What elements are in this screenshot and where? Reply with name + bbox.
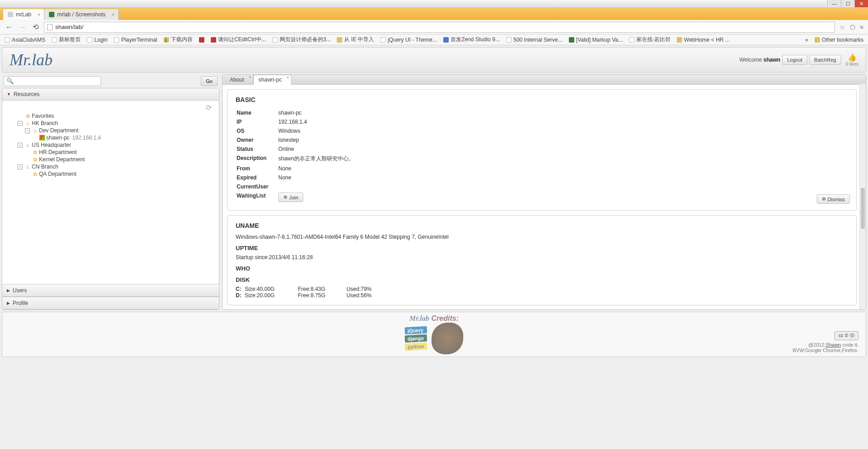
basic-title: BASIC — [236, 96, 848, 103]
collapse-icon[interactable]: − — [25, 128, 30, 133]
django-badge: django — [405, 334, 427, 343]
join-button[interactable]: ✲Join — [278, 193, 303, 202]
footer-logo: Mr.lab — [409, 314, 429, 322]
home-icon: ⌂ — [32, 127, 38, 134]
window-min-button[interactable]: — — [827, 0, 841, 7]
bookmark-item[interactable]: 家在线·若比邻 — [629, 36, 670, 43]
accordion: ▼ Resources ⟳ ✿ Favorites − ⌂ HK Branch — [2, 88, 219, 310]
url-bar[interactable]: shawn/lab/ — [44, 22, 835, 33]
cc-badge: cc ① ⓪ — [834, 331, 858, 340]
collapse-icon[interactable]: − — [18, 164, 23, 169]
bookmark-item[interactable]: PlayerTerminal — [114, 37, 157, 43]
bookmark-overflow[interactable]: » — [805, 37, 808, 43]
gear-icon: ✿ — [32, 149, 38, 155]
bookmark-item[interactable]: WebHome < HR ... — [677, 37, 730, 43]
tree-qa-dept[interactable]: ✿ QA Department — [25, 170, 216, 178]
other-bookmarks[interactable]: Other bookmarks — [815, 37, 863, 43]
window-max-button[interactable]: ☐ — [841, 0, 854, 7]
bookmark-item[interactable] — [199, 37, 204, 43]
page-icon — [47, 24, 53, 30]
accordion-users[interactable]: ▶ Users — [2, 284, 219, 297]
home-icon: ⌂ — [24, 142, 31, 148]
star-icon[interactable]: ☆ — [839, 24, 845, 31]
bookmark-item[interactable]: 新标签页 — [52, 36, 81, 43]
gear-icon: ✿ — [24, 113, 31, 119]
python-badge: python — [405, 343, 427, 351]
chevron-right-icon: ▶ — [7, 301, 10, 305]
bookmark-item[interactable]: ⬇下载内容 — [164, 36, 193, 43]
home-icon: ⌂ — [24, 164, 31, 170]
tab-title: mrlab / Screenshots — [57, 11, 106, 18]
search-input[interactable] — [4, 76, 101, 86]
go-button[interactable]: Go — [201, 76, 218, 86]
browser-tab-mrlab[interactable]: mrLab × — [3, 9, 44, 20]
basic-info-table: Nameshawn-pc IP192.168.1.4 OSWindows Own… — [236, 108, 355, 204]
tree-us-hq[interactable]: − ⌂ US Headquarter — [18, 141, 216, 149]
tree-cn-branch[interactable]: − ⌂ CN Branch — [18, 163, 216, 170]
collapse-icon[interactable]: − — [18, 143, 23, 148]
page-header: Mr.lab Welcome shawn Logout BatchReg 👍 0… — [2, 47, 866, 72]
disk-title: DISK — [236, 276, 848, 283]
tab-content: BASIC Nameshawn-pc IP192.168.1.4 OSWindo… — [223, 85, 866, 309]
logout-button[interactable]: Logout — [782, 55, 808, 65]
accordion-resources[interactable]: ▼ Resources — [2, 88, 219, 101]
tab-shawn-pc[interactable]: shawn-pc× — [253, 75, 291, 85]
chevron-down-icon: ▼ — [7, 92, 11, 97]
tree-hk-branch[interactable]: − ⌂ HK Branch — [18, 120, 216, 127]
basic-panel: BASIC Nameshawn-pc IP192.168.1.4 OSWindo… — [227, 89, 857, 211]
scrollbar[interactable] — [859, 84, 866, 309]
nav-right: ☆ ⬡ ≡ — [839, 24, 863, 31]
accordion-profile[interactable]: ▶ Profile — [2, 297, 219, 309]
footer-right: cc ① ⓪ @2012,Shawn code it. BVW:Google C… — [793, 331, 858, 353]
bookmark-item[interactable]: jQuery UI - Theme... — [380, 37, 436, 43]
tab-about[interactable]: About× — [225, 75, 253, 84]
bookmark-item[interactable]: 网页设计师必备的3... — [272, 36, 331, 43]
bookmark-item[interactable]: 500 Internal Serve... — [506, 37, 563, 43]
logo: Mr.lab — [10, 50, 53, 69]
tree-shawn-pc[interactable]: shawn-pc 192.168.1.4 — [32, 134, 216, 141]
tree-hr-dept[interactable]: ✿ HR Department — [25, 149, 216, 156]
shield-icon[interactable]: ⬡ — [850, 24, 855, 31]
favicon-icon — [8, 12, 13, 17]
shawn-link[interactable]: Shawn — [826, 342, 841, 348]
likes[interactable]: 👍 0 likes — [846, 53, 858, 67]
window-close-button[interactable]: ✕ — [854, 0, 868, 7]
tab-title: mrLab — [16, 11, 31, 18]
bookmark-item[interactable]: [Valid] Markup Va... — [569, 37, 623, 43]
bookmark-item[interactable]: AsiaClubAMS — [5, 37, 45, 43]
forward-button[interactable]: → — [18, 23, 27, 31]
tree-favorites[interactable]: ✿ Favorites — [18, 112, 216, 120]
close-icon[interactable]: × — [286, 75, 289, 80]
close-icon[interactable]: × — [249, 75, 251, 79]
tech-badges: jQuery django python — [405, 323, 463, 354]
dismiss-button[interactable]: ✲Dismiss — [817, 194, 850, 204]
gear-icon: ✿ — [32, 156, 38, 163]
collapse-icon[interactable]: − — [18, 121, 23, 126]
chevron-right-icon: ▶ — [7, 288, 10, 293]
tab-strip: mrLab × mrlab / Screenshots × — [0, 7, 868, 20]
tree-kernel-dept[interactable]: ✿ Kernel Department — [25, 156, 216, 163]
uptime-value: Startup since:2013/4/6 11:16:28 — [236, 254, 848, 261]
batchreg-button[interactable]: BatchReg — [809, 55, 841, 65]
footer-credits: Mr.lab Credits: jQuery django python — [405, 314, 463, 354]
header-right: Welcome shawn Logout BatchReg 👍 0 likes — [739, 53, 858, 67]
browser-tab-screenshots[interactable]: mrlab / Screenshots × — [44, 9, 119, 20]
content: 🔍 Go ▼ Resources ⟳ ✿ Favorites — [2, 74, 866, 310]
bookmark-item[interactable]: 从 IE 中导入 — [337, 36, 374, 43]
tab-close-icon[interactable]: × — [38, 12, 40, 17]
disk-row-d: D: Size:20.00G Free:8.75G Used:56% — [236, 292, 848, 299]
bookmark-item[interactable]: 首发Zend Studio 9... — [443, 36, 500, 43]
bookmark-item[interactable]: 请问让CEditCtrl中... — [211, 36, 266, 43]
page: Mr.lab Welcome shawn Logout BatchReg 👍 0… — [0, 45, 868, 359]
who-title: WHO — [236, 265, 848, 272]
menu-icon[interactable]: ≡ — [860, 24, 863, 31]
back-button[interactable]: ← — [5, 23, 14, 31]
bookmark-item[interactable]: Login — [87, 37, 107, 43]
tab-close-icon[interactable]: × — [112, 12, 114, 17]
system-panel: UNAME Windows-shawn-7-6.1.7601-AMD64-Int… — [227, 215, 857, 305]
url-text: shawn/lab/ — [55, 24, 83, 30]
tree-dev-dept[interactable]: − ⌂ Dev Department — [25, 127, 216, 134]
reload-button[interactable]: ⟲ — [32, 23, 39, 31]
refresh-icon[interactable]: ⟳ — [206, 103, 212, 112]
search-icon: 🔍 — [6, 77, 14, 84]
